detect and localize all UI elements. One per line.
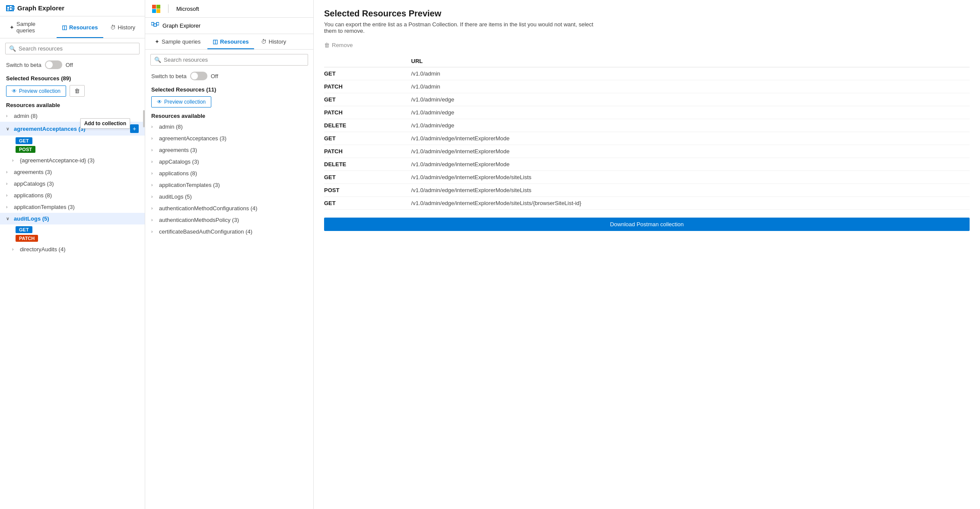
delete-collection-btn-left[interactable]: 🗑 [70,85,85,97]
ms-divider [168,4,169,13]
preview-description: You can export the entire list as a Post… [324,21,601,34]
chevron-right-icon: › [151,229,156,234]
list-item[interactable]: › admin (8) [145,121,313,133]
chevron-right-icon: › [12,247,17,252]
app-icon [6,5,14,11]
list-item[interactable]: › applicationTemplates (3) [145,179,313,191]
table-row: DELETE/v1.0/admin/edge [324,119,970,132]
list-item[interactable]: › applicationTemplates (3) [0,201,145,213]
search-box-left[interactable]: 🔍 [5,43,140,54]
list-item[interactable]: › applications (8) [0,190,145,201]
table-row: PATCH/v1.0/admin/edge/internetExplorerMo… [324,145,970,158]
chevron-right-icon: › [151,183,156,187]
tab-history-mid[interactable]: ⏱ History [256,34,291,49]
preview-row-mid: 👁 Preview collection [145,95,313,111]
list-item[interactable]: › agreementAcceptances (3) [145,133,313,144]
add-to-collection-btn[interactable]: + [130,124,139,133]
eye-icon-mid: 👁 [157,99,162,105]
table-row: GET/v1.0/admin/edge/internetExplorerMode… [324,171,970,184]
url-cell: /v1.0/admin/edge [411,106,970,119]
svg-rect-1 [10,8,12,10]
search-box-mid[interactable]: 🔍 [150,54,308,66]
method-badge-patch-audit[interactable]: PATCH [16,235,38,242]
chevron-right-icon: › [151,136,156,141]
download-postman-btn[interactable]: Download Postman collection [324,218,970,231]
microsoft-logo [152,5,160,13]
list-item[interactable]: › appCatalogs (3) [145,156,313,168]
url-cell: /v1.0/admin/edge/internetExplorerMode/si… [411,184,970,197]
resources-available-header-mid: Resources available [145,111,313,121]
url-cell: /v1.0/admin [411,80,970,93]
list-item[interactable]: ∨ agreementAcceptances (3) Add to collec… [0,122,145,136]
list-item[interactable]: › directoryAudits (4) [0,243,145,255]
url-cell: /v1.0/admin/edge [411,119,970,132]
method-cell: GET [324,171,411,184]
list-item[interactable]: › applications (8) [145,168,313,179]
chevron-right-icon: › [151,171,156,176]
list-item[interactable]: › auditLogs (5) [145,191,313,202]
list-item[interactable]: › appCatalogs (3) [0,178,145,190]
tab-resources-left[interactable]: ◫ Resources [57,16,103,38]
table-row: PATCH/v1.0/admin [324,80,970,93]
left-nav-tabs: ✦ Sample queries ◫ Resources ⏱ History [0,16,145,38]
list-item[interactable]: ∨ auditLogs (5) [0,213,145,224]
history-icon-mid: ⏱ [261,38,267,45]
tab-sample-queries-mid[interactable]: ✦ Sample queries [150,34,206,49]
method-column-header [324,55,411,67]
list-item[interactable]: › certificateBasedAuthConfiguration (4) [145,226,313,237]
resources-available-header-left: Resources available [0,100,145,110]
list-item[interactable]: › {agreementAcceptance-id} (3) [0,155,145,166]
table-row: POST/v1.0/admin/edge/internetExplorerMod… [324,184,970,197]
chevron-right-icon: › [151,194,156,199]
url-column-header: URL [411,55,970,67]
tab-resources-mid[interactable]: ◫ Resources [207,34,254,49]
url-cell: /v1.0/admin/edge [411,93,970,106]
table-row: DELETE/v1.0/admin/edge/internetExplorerM… [324,158,970,171]
beta-toggle-off-mid: Off [211,73,218,79]
tab-sample-queries-left[interactable]: ✦ Sample queries [4,16,55,38]
preview-row-left: 👁 Preview collection 🗑 [0,83,145,100]
beta-toggle-mid[interactable] [190,72,207,80]
app-icon-middle [151,22,159,29]
method-badge-get-audit[interactable]: GET [16,226,32,233]
search-input-left[interactable] [19,45,136,52]
eye-icon-left: 👁 [12,88,17,94]
table-row: GET/v1.0/admin/edge [324,93,970,106]
method-badges-auditlogs: GET PATCH [0,224,145,243]
svg-rect-0 [7,6,10,9]
method-cell: GET [324,197,411,210]
history-icon-left: ⏱ [110,24,116,31]
list-item[interactable]: › agreements (3) [145,144,313,156]
trash-icon-left: 🗑 [74,88,80,94]
list-item[interactable]: › authenticationMethodConfigurations (4) [145,202,313,214]
middle-app-header: Graph Explorer [145,18,313,34]
switch-beta-left: Switch to beta Off [0,59,145,73]
table-row: GET/v1.0/admin [324,67,970,80]
preview-collection-btn-mid[interactable]: 👁 Preview collection [151,96,211,107]
chevron-down-icon: ∨ [6,126,11,131]
remove-button[interactable]: 🗑 Remove [324,40,970,50]
ms-logo-blue [152,9,156,13]
beta-toggle-left[interactable] [45,60,62,69]
method-cell: DELETE [324,119,411,132]
chevron-down-icon: ∨ [6,216,11,221]
search-input-mid[interactable] [164,57,304,63]
scrollbar-thumb-left[interactable] [143,110,145,127]
list-item[interactable]: › agreements (3) [0,166,145,178]
tab-history-left[interactable]: ⏱ History [105,16,140,38]
add-to-collection-tooltip: Add to collection [80,118,130,129]
right-panel: Selected Resources Preview You can expor… [314,0,980,509]
method-badge-post[interactable]: POST [16,146,35,153]
resources-list-mid: › admin (8) › agreementAcceptances (3) ›… [145,121,313,509]
url-cell: /v1.0/admin/edge/internetExplorerMode [411,145,970,158]
chevron-right-icon: › [151,218,156,222]
list-item[interactable]: › authenticationMethodsPolicy (3) [145,214,313,226]
method-badge-get[interactable]: GET [16,137,32,144]
method-badges-agreementAcceptances: GET POST [0,136,145,155]
chevron-right-icon: › [6,205,11,209]
chevron-right-icon: › [6,193,11,198]
preview-collection-btn-left[interactable]: 👁 Preview collection [6,85,66,97]
chevron-right-icon: › [6,181,11,186]
table-row: GET/v1.0/admin/edge/internetExplorerMode… [324,197,970,210]
chevron-right-icon: › [151,206,156,211]
